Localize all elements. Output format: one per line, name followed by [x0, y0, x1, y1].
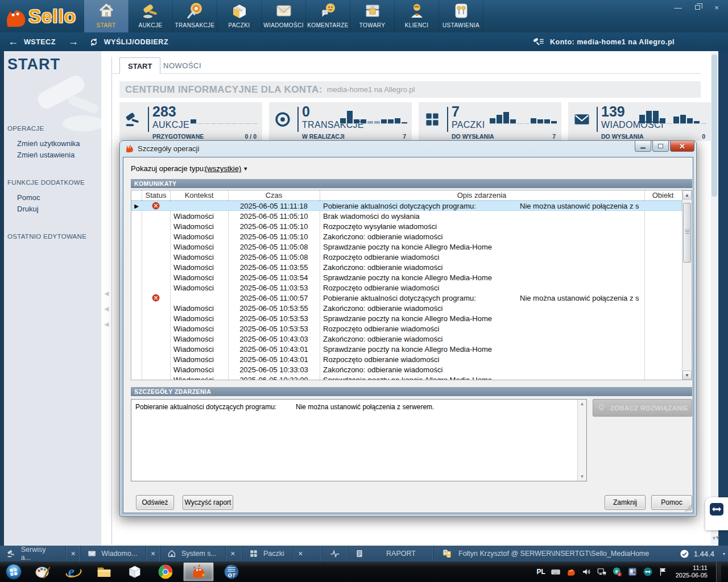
filter-dropdown[interactable]: (wszystkie)▼ [205, 164, 248, 173]
log-row[interactable]: Wiadomości 2025-06-05 10:43:03 Zakończon… [131, 334, 682, 344]
close-icon[interactable]: × [293, 546, 308, 562]
taskbar-app-sello-app[interactable] [183, 562, 214, 581]
teamviewer-popup[interactable] [705, 497, 728, 530]
taskbar-app-chrome[interactable] [150, 562, 181, 582]
taskbar-app-paint[interactable] [27, 562, 58, 582]
scroll-down-icon[interactable]: ▼ [578, 474, 586, 479]
refresh-button[interactable]: Odśwież [136, 495, 174, 510]
taskbar-clock[interactable]: 11:11 2025-06-05 [676, 564, 708, 579]
status-tab-wiadomo-[interactable]: Wiadomo... × [81, 546, 160, 562]
language-indicator[interactable]: PL [536, 568, 545, 576]
tab-start[interactable]: START [119, 57, 160, 74]
back-button[interactable]: WSTECZ [24, 38, 56, 46]
sidebar-item-zmień-użytkownika[interactable]: Zmień użytkownika [17, 139, 80, 148]
log-row[interactable]: Wiadomości 2025-06-05 11:05:10 Zakończon… [131, 231, 682, 242]
window-restore-button[interactable] [688, 2, 706, 13]
details-scrollbar[interactable]: ▲ ▼ [577, 400, 586, 481]
column-header-opis[interactable]: Opis zdarzenia [320, 190, 644, 201]
status-tab-system-s-[interactable]: System s... × [160, 546, 242, 562]
log-row[interactable]: Wiadomości 2025-06-05 10:53:53 Rozpoczęt… [131, 323, 682, 334]
column-header-obiekt[interactable]: Obiekt [644, 190, 682, 201]
show-desktop-button[interactable] [716, 562, 721, 582]
log-row[interactable]: Wiadomości 2025-06-05 10:43:01 Sprawdzan… [131, 344, 682, 354]
main-scrollbar-thumb[interactable] [712, 55, 717, 197]
log-row[interactable]: Wiadomości 2025-06-05 11:05:08 Sprawdzan… [131, 242, 682, 252]
popup-collapse-icon[interactable]: ▼ [715, 535, 720, 541]
taskbar-app-insertgt[interactable]: GT [216, 562, 247, 582]
forward-arrow-icon[interactable]: → [68, 36, 78, 48]
network-icon[interactable] [597, 567, 607, 577]
status-tab-serwisy-a-[interactable]: Serwisy a... × [0, 546, 81, 562]
teamviewer-icon[interactable] [643, 567, 653, 577]
log-row[interactable]: Wiadomości 2025-06-05 11:05:08 Rozpoczęt… [131, 252, 682, 262]
dialog-close-button[interactable]: ✕ [670, 141, 694, 152]
editor-icon[interactable] [627, 567, 638, 577]
statusbar-caret-icon[interactable]: ▾ [723, 551, 725, 556]
refresh-icon[interactable] [89, 37, 99, 47]
column-header-status[interactable]: Status [142, 190, 170, 201]
window-close-button[interactable]: × [708, 2, 726, 13]
log-row[interactable]: Wiadomości 2025-06-05 11:03:54 Sprawdzan… [131, 272, 682, 282]
log-row[interactable]: Wiadomości 2025-06-05 11:03:53 Rozpoczęt… [131, 282, 682, 293]
stat-card-wiadomości[interactable]: 139 WIADOMOŚCI DO WYSŁANIA 0 [568, 102, 711, 141]
keyboard-icon[interactable] [551, 567, 561, 577]
scroll-up-icon[interactable]: ▲ [682, 190, 692, 199]
sello-tray-icon[interactable] [566, 567, 576, 577]
taskbar-app-explorer[interactable] [89, 562, 119, 582]
send-receive-button[interactable]: WYŚLIJ/ODBIERZ [104, 38, 168, 46]
scroll-down-icon[interactable]: ▼ [682, 371, 692, 380]
sidebar-item-zmień-ustawienia[interactable]: Zmień ustawienia [17, 151, 75, 159]
volume-icon[interactable] [581, 567, 592, 577]
stat-card-aukcje[interactable]: 283 AUKCJE PRZYGOTOWANE 0 / 0 [119, 102, 262, 141]
activity-slot[interactable] [322, 546, 348, 562]
report-tab[interactable]: RAPORT [348, 546, 433, 562]
log-row[interactable]: Wiadomości 2025-06-05 10:43:01 Rozpoczęt… [131, 354, 682, 364]
dialog-titlebar[interactable]: Szczegóły operacji [125, 144, 199, 153]
messages-log-table[interactable]: Status Kontekst Czas Opis zdarzenia Obie… [131, 190, 692, 380]
window-minimize-button[interactable]: ― [669, 2, 687, 13]
dialog-maximize-button[interactable] [652, 141, 669, 152]
log-row[interactable]: Wiadomości 2025-06-05 10:33:00 Sprawdzan… [131, 375, 682, 380]
close-button[interactable]: Zamknij [605, 495, 646, 510]
log-row[interactable]: 2025-06-05 11:00:57 Pobieranie aktualnoś… [131, 293, 682, 303]
close-icon[interactable]: × [225, 546, 240, 562]
toolbar-button-towary[interactable]: TOWARY [350, 0, 395, 32]
close-icon[interactable]: × [146, 546, 160, 562]
email-alert-icon[interactable]: e! [612, 567, 622, 577]
main-scrollbar[interactable] [711, 52, 718, 544]
tab-nowosci[interactable]: NOWOŚCI [155, 57, 209, 74]
taskbar-app-start-orb[interactable] [0, 562, 27, 582]
stat-card-paczki[interactable]: 7 PACZKI DO WYSŁANIA 7 [419, 102, 561, 141]
collapse-arrows[interactable]: ◀◀◀ [104, 290, 109, 328]
log-row[interactable]: Wiadomości 2025-06-05 11:05:10 Brak wiad… [131, 211, 682, 221]
toolbar-button-transakcje[interactable]: TRANSAKCJE [173, 0, 217, 32]
sidebar-item-drukuj[interactable]: Drukuj [17, 205, 39, 213]
toolbar-button-paczki[interactable]: PACZKI [217, 0, 262, 32]
dialog-minimize-button[interactable] [635, 141, 651, 152]
toolbar-button-ustawienia[interactable]: USTAWIENIA [439, 0, 483, 32]
stat-card-transakcje[interactable]: 0 TRANSAKCJE W REALIZACJI 7 [269, 102, 412, 141]
toolbar-button-komentarze[interactable]: KOMENTARZE [306, 0, 350, 32]
toolbar-button-aukcje[interactable]: AUKCJE [129, 0, 173, 32]
log-row[interactable]: Wiadomości 2025-06-05 10:53:55 Zakończon… [131, 303, 682, 313]
taskbar-app-cube[interactable] [119, 562, 150, 582]
see-solution-button[interactable]: ZOBACZ ROZWIĄZANIE [593, 399, 692, 417]
log-row[interactable]: Wiadomości 2025-06-05 10:33:03 Zakończon… [131, 364, 682, 375]
back-arrow-icon[interactable]: ← [8, 36, 18, 48]
taskbar-app-ie[interactable]: e [58, 562, 89, 582]
event-details-box[interactable]: Pobieranie aktualności dotyczących progr… [131, 399, 587, 481]
scroll-up-icon[interactable]: ▲ [578, 401, 586, 406]
log-row[interactable]: Wiadomości 2025-06-05 11:05:10 Rozpoczęt… [131, 221, 682, 231]
flag-icon[interactable] [658, 567, 668, 577]
close-icon[interactable]: × [65, 546, 80, 562]
toolbar-button-wiadomości[interactable]: WIADOMOŚCI [262, 0, 306, 32]
table-scrollbar-thumb[interactable] [683, 203, 691, 263]
log-row[interactable]: Wiadomości 2025-06-05 11:03:55 Zakończon… [131, 262, 682, 272]
sidebar-item-pomoc[interactable]: Pomoc [17, 193, 40, 202]
log-row[interactable]: ▶ 2025-06-05 11:11:18 Pobieranie aktualn… [131, 201, 682, 211]
table-scrollbar[interactable]: ▲ ▼ [682, 190, 692, 380]
clear-report-button[interactable]: Wyczyść raport [183, 495, 233, 510]
resize-grip[interactable] [685, 505, 692, 512]
toolbar-button-start[interactable]: START [84, 0, 129, 32]
log-row[interactable]: Wiadomości 2025-06-05 10:53:53 Sprawdzan… [131, 313, 682, 323]
